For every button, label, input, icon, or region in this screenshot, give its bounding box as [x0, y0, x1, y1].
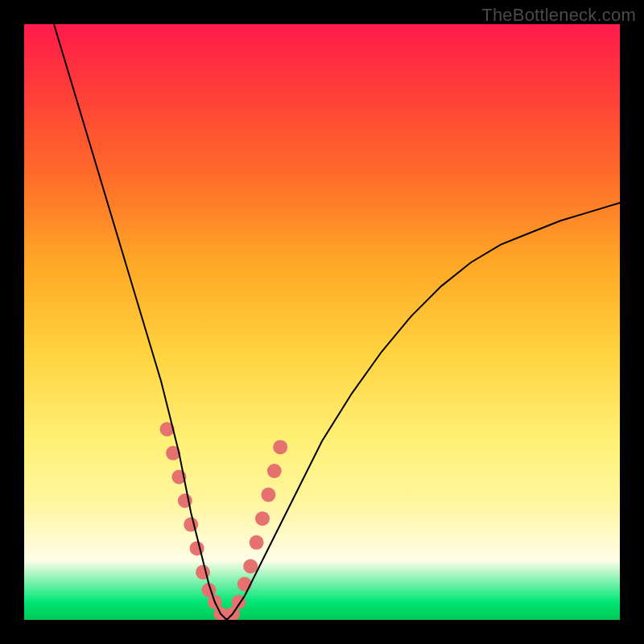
highlight-dot: [213, 607, 228, 620]
highlight-dot: [160, 422, 175, 436]
highlight-dot: [190, 541, 204, 555]
highlight-dot: [166, 446, 180, 460]
highlight-dot: [273, 440, 287, 454]
highlight-dot: [261, 488, 275, 502]
highlight-dot: [196, 565, 210, 580]
highlight-dot: [250, 535, 264, 550]
highlight-dot: [243, 559, 258, 573]
highlight-dot: [208, 595, 222, 609]
highlight-dot: [201, 583, 216, 597]
watermark-text: TheBottleneck.com: [481, 5, 636, 26]
chart-stage: TheBottleneck.com: [0, 0, 644, 644]
highlight-dot: [178, 493, 192, 508]
highlight-dot: [237, 577, 252, 592]
highlight-dot: [220, 613, 234, 620]
curve-layer: [24, 24, 620, 620]
highlight-dot: [267, 464, 282, 478]
highlight-dot: [225, 607, 240, 620]
highlight-dot: [231, 595, 246, 609]
plot-area: [24, 24, 620, 620]
highlight-dot: [171, 469, 186, 484]
bottleneck-curve: [54, 24, 620, 620]
highlight-dot: [255, 511, 270, 526]
highlight-dot: [184, 518, 198, 532]
